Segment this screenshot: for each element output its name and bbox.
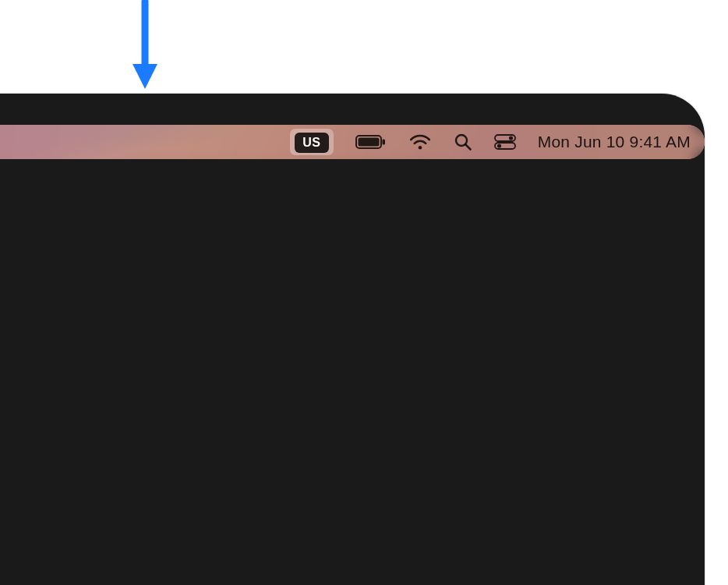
menubar: US	[0, 125, 705, 159]
svg-point-8	[509, 136, 513, 140]
input-source-badge: US	[295, 133, 329, 153]
menubar-spotlight[interactable]	[454, 125, 472, 159]
battery-icon	[355, 134, 387, 150]
svg-rect-3	[358, 138, 379, 147]
svg-marker-1	[133, 64, 157, 89]
screen: US	[0, 125, 705, 159]
callout-arrow-icon	[129, 0, 161, 90]
menubar-datetime[interactable]: Mon Jun 10 9:41 AM	[538, 125, 691, 159]
search-icon	[454, 133, 472, 151]
svg-point-10	[497, 144, 501, 147]
menubar-wifi[interactable]	[408, 125, 432, 159]
svg-rect-4	[382, 140, 385, 145]
device-frame: US	[0, 94, 705, 585]
menubar-battery[interactable]	[355, 125, 387, 159]
datetime-label: Mon Jun 10 9:41 AM	[538, 133, 691, 151]
menubar-input-source[interactable]: US	[290, 125, 334, 159]
svg-line-6	[465, 144, 470, 149]
wifi-icon	[408, 133, 432, 151]
control-center-icon	[494, 134, 516, 150]
menubar-control-center[interactable]	[494, 125, 516, 159]
